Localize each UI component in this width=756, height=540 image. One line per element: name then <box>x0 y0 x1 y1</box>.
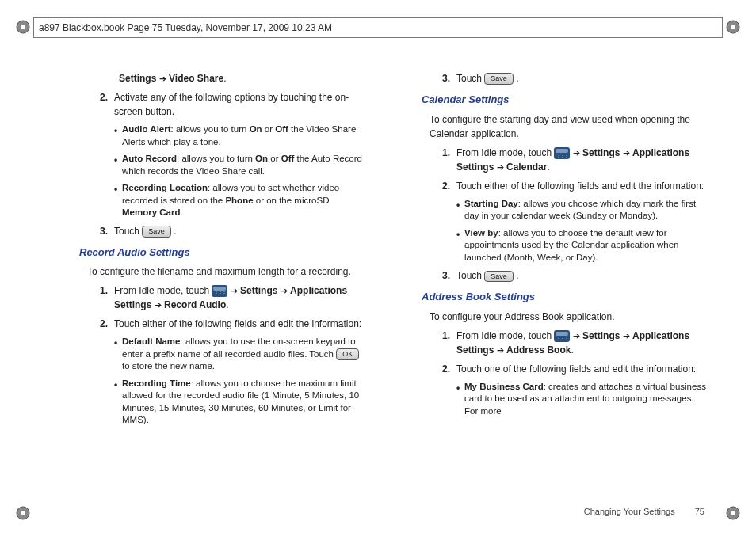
header-text: a897 Blackbox.book Page 75 Tuesday, Nove… <box>39 22 332 33</box>
arrow-icon <box>231 285 238 296</box>
list-body: From Idle mode, touch Settings Applicati… <box>456 329 708 357</box>
gear-icon <box>15 19 31 35</box>
list-item: 1. From Idle mode, touch Settings Applic… <box>48 283 366 312</box>
period: . <box>514 270 519 281</box>
list-item: 3. Touch Save . <box>390 71 708 86</box>
list-body: Touch either of the following fields and… <box>456 179 708 193</box>
menu-icon[interactable] <box>212 285 227 297</box>
label: Record Audio <box>164 299 226 310</box>
section-intro: To configure the starting day and view u… <box>430 112 708 141</box>
label: On <box>255 154 268 163</box>
list-item: 1. From Idle mode, touch Settings Applic… <box>390 329 708 357</box>
list-body: From Idle mode, touch Settings Applicati… <box>114 283 366 312</box>
save-button[interactable]: Save <box>484 73 514 85</box>
bullet-body: Recording Location: allows you to set wh… <box>122 182 366 219</box>
list-item: 2. Activate any of the following options… <box>48 90 366 119</box>
period: . <box>171 226 177 237</box>
bullet-body: Auto Record: allows you to turn On or Of… <box>122 153 366 177</box>
bullet-icon: • <box>114 182 122 219</box>
menu-icon[interactable] <box>554 330 570 342</box>
footer-text: Changing Your Settings <box>584 507 675 516</box>
period: . <box>223 73 226 84</box>
list-body: From Idle mode, touch Settings Applicati… <box>456 146 708 174</box>
list-number: 1. <box>87 283 114 312</box>
period: . <box>226 299 228 310</box>
arrow-icon <box>623 147 630 158</box>
list-number: 2. <box>430 362 456 376</box>
list-number: 2. <box>87 317 114 331</box>
menu-icon[interactable] <box>554 147 570 159</box>
section-intro: To configure your Address Book applicati… <box>430 310 708 324</box>
bullet-icon: • <box>114 153 122 177</box>
page-footer: Changing Your Settings 75 <box>584 507 704 516</box>
save-button[interactable]: Save <box>484 271 514 283</box>
arrow-icon <box>573 147 580 158</box>
page-body: Settings Video Share. 2. Activate any of… <box>48 71 708 500</box>
svg-point-5 <box>21 511 25 515</box>
text: to store the new name. <box>122 361 215 371</box>
breadcrumb-video-share: Settings Video Share. <box>119 71 366 86</box>
list-item: • Recording Time: allows you to choose t… <box>114 378 366 427</box>
period: . <box>547 162 549 173</box>
list-item: • Default Name: allows you to use the on… <box>114 336 366 373</box>
text: From Idle mode, touch <box>114 285 212 296</box>
label: Off <box>281 154 295 163</box>
list-body: Touch Save . <box>114 224 366 238</box>
text: Touch <box>456 270 484 281</box>
list-item: 2. Touch either of the following fields … <box>48 317 366 331</box>
gear-icon <box>15 505 31 521</box>
text: Touch <box>456 73 484 84</box>
arrow-icon <box>155 299 162 310</box>
bullet-body: Starting Day: allows you choose which da… <box>464 198 708 222</box>
bullet-body: Recording Time: allows you to choose the… <box>122 378 366 427</box>
bullet-body: View by: allows you to choose the defaul… <box>464 227 708 264</box>
list-body: Touch Save . <box>456 71 708 86</box>
bullet-body: Default Name: allows you to use the on-s… <box>122 336 366 373</box>
bullet-icon: • <box>114 378 122 427</box>
arrow-icon <box>497 162 504 173</box>
list-body: Activate any of the following options by… <box>114 90 366 119</box>
bc-text: Settings <box>119 73 156 84</box>
label: Settings <box>582 330 620 341</box>
list-body: Touch either of the following fields and… <box>114 317 366 331</box>
left-column: Settings Video Share. 2. Activate any of… <box>48 71 366 500</box>
list-item: 2. Touch one of the following fields and… <box>390 362 708 376</box>
text: Touch <box>114 226 142 237</box>
label: Address Book <box>506 344 571 356</box>
text: or on the microSD <box>254 196 330 205</box>
label: Auto Record <box>122 154 177 163</box>
label: Recording Location <box>122 183 208 192</box>
text: or <box>268 154 281 163</box>
save-button[interactable]: Save <box>142 226 171 238</box>
text: . <box>181 207 183 217</box>
label: Recording Time <box>122 378 191 388</box>
list-item: 3. Touch Save . <box>390 268 708 283</box>
text: or <box>262 124 276 134</box>
gear-icon <box>725 19 741 35</box>
bullet-icon: • <box>456 198 464 222</box>
bullet-icon: • <box>114 336 122 373</box>
list-number: 1. <box>430 146 456 174</box>
list-item: • My Business Card: creates and attaches… <box>456 381 708 418</box>
label: Starting Day <box>464 199 518 208</box>
period: . <box>514 73 519 84</box>
ok-button[interactable]: OK <box>336 348 359 360</box>
label: View by <box>464 228 498 238</box>
list-body: Touch one of the following fields and ed… <box>456 362 708 376</box>
label: Phone <box>225 196 253 205</box>
label: Off <box>275 124 288 134</box>
svg-point-3 <box>731 25 735 29</box>
list-item: • Recording Location: allows you to set … <box>114 182 366 219</box>
list-number: 3. <box>430 71 456 86</box>
section-intro: To configure the filename and maximum le… <box>87 264 366 279</box>
bc-text: Video Share <box>169 73 223 84</box>
list-item: 3. Touch Save . <box>48 224 366 238</box>
label: Memory Card <box>122 207 181 217</box>
bullet-body: Audio Alert: allows you to turn On or Of… <box>122 124 366 148</box>
list-body: Touch Save . <box>456 268 708 283</box>
text: From Idle mode, touch <box>456 330 554 341</box>
svg-point-1 <box>21 25 25 29</box>
list-number: 2. <box>430 179 456 193</box>
label: Settings <box>582 147 620 158</box>
text: From Idle mode, touch <box>456 147 554 158</box>
